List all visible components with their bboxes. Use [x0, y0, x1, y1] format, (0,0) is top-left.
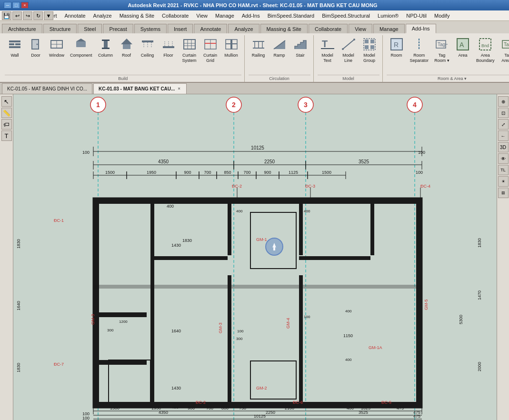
wall-button[interactable]: Wall: [5, 35, 25, 60]
menu-annotate[interactable]: Annotate: [61, 10, 90, 21]
prev-pan-btn[interactable]: ←: [498, 130, 509, 141]
tab-systems[interactable]: Systems: [134, 24, 167, 33]
3d-toggle-btn[interactable]: 3D: [498, 142, 509, 152]
zoom-sheet-btn[interactable]: ⤢: [498, 119, 509, 130]
tag-room-button[interactable]: Tag TagRoom ▾: [432, 35, 452, 65]
tab-annotate[interactable]: Annotate: [194, 24, 227, 33]
tag-area-button[interactable]: Tag TagArea ▾: [498, 35, 509, 65]
window-button[interactable]: Window: [47, 35, 67, 60]
tab-view[interactable]: View: [349, 24, 372, 33]
component-button[interactable]: Component: [68, 35, 95, 60]
tab-steel[interactable]: Steel: [78, 24, 102, 33]
tag-tool[interactable]: 🏷: [1, 119, 12, 130]
menu-modify[interactable]: Modify: [430, 10, 453, 21]
svg-text:100: 100: [82, 150, 90, 155]
svg-rect-156: [416, 198, 422, 408]
zoom-region-btn[interactable]: ⊕: [498, 96, 509, 107]
door-button[interactable]: Door: [26, 35, 46, 60]
ramp-label: Ramp: [274, 53, 285, 58]
hide-show-btn[interactable]: 👁: [498, 153, 509, 164]
menu-bimspeed-str[interactable]: BimSpeed.Structural: [318, 10, 374, 21]
doc-tab-1[interactable]: KC-01.05 - MAT BANG DINH VI CO...: [2, 83, 92, 94]
mullion-icon: [224, 37, 239, 52]
qa-dropdown[interactable]: ▼: [44, 11, 53, 20]
area-boundary-button[interactable]: Bnd AreaBoundary: [474, 35, 497, 65]
right-toolbar: ⊕ ⊡ ⤢ ← 3D 👁 TL ☀ ⊞: [497, 94, 509, 420]
svg-text:ĐC-5: ĐC-5: [381, 400, 391, 405]
modify-tool[interactable]: ↖: [1, 96, 12, 107]
doc-tab-1-label: KC-01.05 - MAT BANG DINH VI CO...: [7, 86, 87, 91]
room-separator-button[interactable]: RoomSeparator: [408, 35, 431, 65]
tab-architecture[interactable]: Architecture: [2, 24, 42, 33]
zoom-fit-btn[interactable]: ⊡: [498, 108, 509, 118]
roof-button[interactable]: Roof: [117, 35, 137, 60]
doc-tab-2[interactable]: KC-01.03 - MAT BANG KET CAU... ×: [93, 83, 187, 94]
tab-analyze[interactable]: Analyze: [228, 24, 259, 33]
svg-text:1500: 1500: [110, 406, 120, 410]
svg-text:100: 100: [418, 150, 425, 155]
svg-text:1640: 1640: [16, 301, 21, 310]
menu-lumion[interactable]: Lumion®: [374, 10, 402, 21]
tab-structure[interactable]: Structure: [43, 24, 77, 33]
tab-precast[interactable]: Precast: [103, 24, 133, 33]
qa-redo[interactable]: ↪: [23, 11, 32, 20]
svg-text:GM-1: GM-1: [256, 237, 267, 242]
menu-massing[interactable]: Massing & Site: [116, 10, 158, 21]
doc-tab-2-close[interactable]: ×: [177, 86, 181, 91]
qa-undo[interactable]: ↩: [12, 11, 22, 20]
model-group-button[interactable]: ModelGroup: [359, 35, 379, 65]
tab-manage[interactable]: Manage: [373, 24, 405, 33]
svg-rect-162: [299, 198, 303, 255]
show-crop-btn[interactable]: ⊞: [498, 188, 509, 198]
svg-text:1470: 1470: [477, 290, 482, 300]
svg-text:1: 1: [96, 101, 100, 109]
column-button[interactable]: Column: [96, 35, 116, 60]
menu-bimspeed-std[interactable]: BimSpeed.Standard: [264, 10, 318, 21]
model-line-button[interactable]: ModelLine: [339, 35, 359, 65]
menu-addins[interactable]: Add-Ins: [238, 10, 264, 21]
svg-rect-50: [365, 45, 369, 49]
room-button[interactable]: R Room: [387, 35, 407, 60]
model-line-icon: [341, 37, 356, 52]
railing-button[interactable]: Railing: [249, 35, 269, 60]
minimize-button[interactable]: ─: [4, 2, 11, 9]
svg-text:10125: 10125: [254, 414, 266, 419]
tab-addins[interactable]: Add-Ins: [406, 24, 436, 33]
tab-massing[interactable]: Massing & Site: [260, 24, 308, 33]
curtain-grid-button[interactable]: CurtainGrid: [200, 35, 220, 65]
menu-npd[interactable]: NPD-Util: [402, 10, 430, 21]
area-button[interactable]: A Area: [453, 35, 473, 60]
svg-rect-0: [9, 40, 20, 42]
svg-point-47: [353, 39, 355, 40]
close-button[interactable]: ×: [21, 2, 29, 9]
ceiling-button[interactable]: Ceiling: [138, 35, 158, 60]
mullion-button[interactable]: Mullion: [221, 35, 241, 60]
menu-view[interactable]: View: [192, 10, 211, 21]
tab-insert[interactable]: Insert: [168, 24, 193, 33]
svg-rect-1: [9, 43, 14, 45]
menu-collaborate[interactable]: Collaborate: [158, 10, 192, 21]
stair-button[interactable]: Stair: [290, 35, 310, 60]
qa-save[interactable]: 💾: [2, 11, 11, 20]
svg-text:GM-2: GM-2: [256, 386, 267, 390]
build-group-label: Build: [5, 75, 241, 81]
measure-tool[interactable]: 📏: [1, 108, 12, 118]
svg-text:300: 300: [107, 328, 114, 332]
ramp-button[interactable]: Ramp: [269, 35, 289, 60]
maximize-button[interactable]: □: [12, 2, 20, 9]
canvas-area[interactable]: 1 2 3 4 10125 100 100: [13, 94, 497, 420]
tab-collaborate[interactable]: Collaborate: [309, 24, 348, 33]
svg-text:Tag: Tag: [504, 42, 509, 47]
curtain-grid-icon: [203, 37, 218, 52]
text-tool[interactable]: T: [1, 130, 12, 141]
qa-sync[interactable]: ↻: [33, 11, 43, 20]
ceiling-label: Ceiling: [141, 53, 154, 58]
svg-text:ĐC-6: ĐC-6: [293, 400, 303, 405]
curtain-system-button[interactable]: CurtainSystem: [180, 35, 200, 65]
menu-manage[interactable]: Manage: [211, 10, 238, 21]
thin-lines-btn[interactable]: TL: [498, 165, 509, 175]
model-text-button[interactable]: T ModelText: [318, 35, 338, 65]
shadows-btn[interactable]: ☀: [498, 176, 509, 187]
floor-button[interactable]: Floor: [159, 35, 179, 60]
menu-analyze[interactable]: Analyze: [90, 10, 116, 21]
